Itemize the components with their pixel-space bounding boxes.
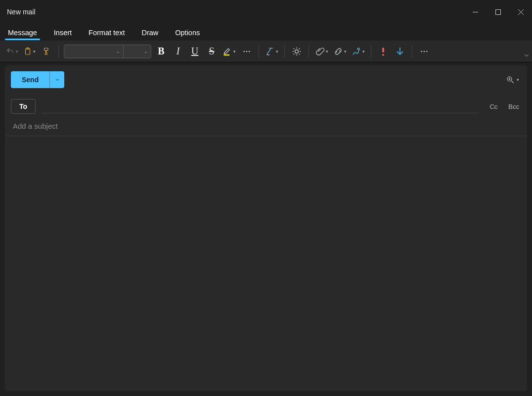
send-options-button[interactable] xyxy=(49,71,64,88)
arrow-down-icon xyxy=(396,47,404,56)
ellipsis-icon xyxy=(242,47,251,56)
close-button[interactable] xyxy=(509,0,532,24)
svg-line-18 xyxy=(299,48,300,49)
svg-point-9 xyxy=(249,50,250,52)
svg-point-20 xyxy=(382,54,384,56)
clipboard-icon xyxy=(23,47,32,56)
separator xyxy=(309,46,309,57)
paintbrush-icon xyxy=(42,47,51,56)
svg-rect-1 xyxy=(495,9,500,14)
svg-point-8 xyxy=(246,50,248,52)
font-family-select[interactable]: ⌄ xyxy=(64,45,124,58)
tab-draw[interactable]: Draw xyxy=(138,27,161,41)
chevron-down-icon xyxy=(523,52,530,59)
body-area xyxy=(5,136,527,391)
bcc-button[interactable]: Bcc xyxy=(508,103,519,110)
svg-rect-19 xyxy=(382,48,384,52)
svg-line-17 xyxy=(294,53,295,54)
cc-button[interactable]: Cc xyxy=(489,103,497,110)
svg-line-16 xyxy=(299,53,300,54)
tab-options[interactable]: Options xyxy=(172,27,203,41)
svg-line-25 xyxy=(511,81,514,83)
separator xyxy=(284,46,285,57)
to-row: To Cc Bcc xyxy=(5,94,527,117)
svg-point-21 xyxy=(421,50,422,52)
separator xyxy=(58,46,59,57)
minimize-button[interactable] xyxy=(464,0,487,24)
chevron-down-icon xyxy=(54,77,60,83)
paperclip-icon xyxy=(315,47,325,56)
high-importance-button[interactable] xyxy=(376,44,390,59)
low-importance-button[interactable] xyxy=(393,44,407,59)
exclamation-icon xyxy=(379,47,387,56)
separator xyxy=(259,46,259,57)
underline-icon: U xyxy=(191,46,198,57)
format-painter-button[interactable] xyxy=(40,44,53,59)
to-input[interactable] xyxy=(42,99,479,113)
ribbon-tabs: Message Insert Format text Draw Options xyxy=(0,24,532,41)
undo-button[interactable]: ▾ xyxy=(5,44,19,59)
dark-mode-toggle-button[interactable] xyxy=(290,44,304,59)
strikethrough-icon: S xyxy=(209,46,214,57)
paste-button[interactable]: ▾ xyxy=(22,44,37,59)
close-icon xyxy=(518,9,524,15)
maximize-icon xyxy=(495,9,501,15)
clear-formatting-button[interactable]: ▾ xyxy=(264,44,279,59)
minimize-icon xyxy=(473,9,478,15)
tab-message[interactable]: Message xyxy=(5,27,40,41)
window-title: New mail xyxy=(7,8,36,16)
font-size-select[interactable]: ⌄ xyxy=(124,45,151,58)
subject-input[interactable] xyxy=(13,122,519,130)
zoom-icon xyxy=(506,75,515,84)
svg-line-15 xyxy=(294,48,295,49)
bold-icon: B xyxy=(158,46,164,57)
svg-point-7 xyxy=(243,50,245,52)
svg-point-22 xyxy=(424,50,425,52)
maximize-button[interactable] xyxy=(487,0,509,24)
svg-rect-6 xyxy=(224,54,230,55)
chevron-down-icon: ▾ xyxy=(33,49,36,54)
ribbon: ▾ ▾ ⌄ ⌄ B I U S ▾ ▾ ▾ xyxy=(0,41,532,62)
chevron-down-icon: ▾ xyxy=(344,49,347,54)
tab-insert[interactable]: Insert xyxy=(51,27,75,41)
chevron-down-icon: ⌄ xyxy=(116,49,120,54)
bold-button[interactable]: B xyxy=(154,44,168,59)
send-label: Send xyxy=(11,76,49,84)
attach-button[interactable]: ▾ xyxy=(314,44,329,59)
to-button[interactable]: To xyxy=(11,99,36,114)
more-formatting-button[interactable] xyxy=(240,44,254,59)
send-row: Send ▾ xyxy=(5,65,527,94)
link-icon xyxy=(333,47,343,56)
expand-ribbon-button[interactable] xyxy=(523,52,530,61)
highlighter-icon xyxy=(222,47,232,56)
send-button[interactable]: Send xyxy=(11,71,64,88)
chevron-down-icon: ▾ xyxy=(517,77,519,82)
link-button[interactable]: ▾ xyxy=(332,44,348,59)
chevron-down-icon: ▾ xyxy=(362,49,365,54)
titlebar: New mail xyxy=(0,0,532,24)
chevron-down-icon: ▾ xyxy=(233,49,236,54)
strikethrough-button[interactable]: S xyxy=(205,44,219,59)
zoom-button[interactable]: ▾ xyxy=(506,75,519,84)
signature-button[interactable]: ▾ xyxy=(351,44,366,59)
chevron-down-icon: ▾ xyxy=(16,49,18,54)
underline-button[interactable]: U xyxy=(188,44,202,59)
tab-format-text[interactable]: Format text xyxy=(86,27,128,41)
sun-icon xyxy=(292,47,302,56)
highlight-button[interactable]: ▾ xyxy=(222,44,237,59)
ellipsis-icon xyxy=(420,47,429,56)
window-controls xyxy=(464,0,532,24)
svg-point-10 xyxy=(295,50,299,53)
more-options-button[interactable] xyxy=(417,44,431,59)
separator xyxy=(412,46,412,57)
italic-icon: I xyxy=(177,46,180,57)
subject-row xyxy=(5,117,527,136)
chevron-down-icon: ⌄ xyxy=(144,49,148,54)
chevron-down-icon: ▾ xyxy=(276,49,278,54)
pen-icon xyxy=(352,47,361,56)
font-controls: ⌄ ⌄ xyxy=(64,45,151,58)
italic-button[interactable]: I xyxy=(171,44,185,59)
chevron-down-icon: ▾ xyxy=(326,49,328,54)
undo-icon xyxy=(6,47,15,56)
body-input[interactable] xyxy=(13,142,519,385)
